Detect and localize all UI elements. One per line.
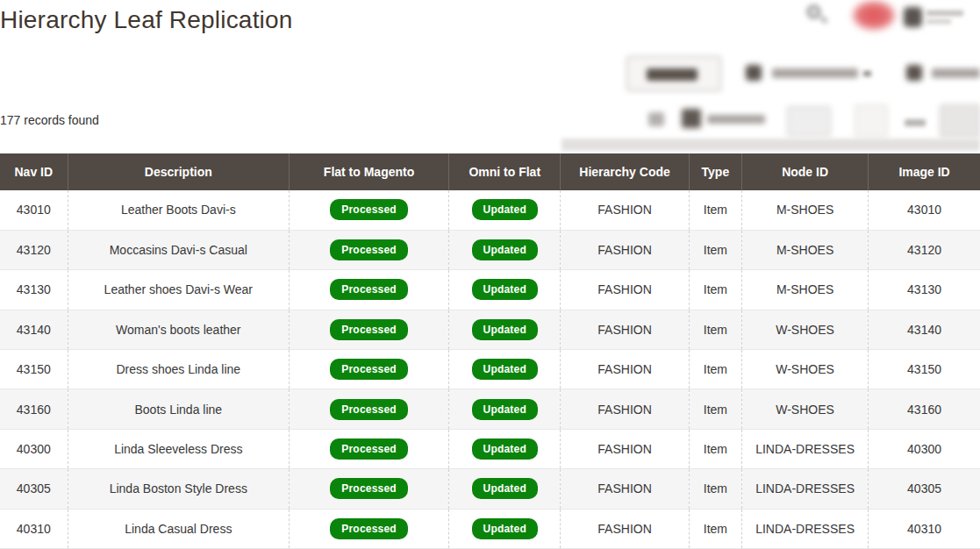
type-cell: Item xyxy=(689,270,741,310)
description-cell: Linda Casual Dress xyxy=(68,509,289,548)
notifications-badge-icon[interactable] xyxy=(853,1,895,30)
status-badge: Updated xyxy=(472,279,538,300)
type-cell: Item xyxy=(689,230,741,269)
column-header[interactable]: Image ID xyxy=(869,153,980,190)
image-id-cell: 40310 xyxy=(869,509,980,548)
flat-status-cell: Processed xyxy=(290,350,449,389)
image-id-cell: 43130 xyxy=(869,270,980,310)
search-handle xyxy=(820,17,827,23)
node-id-cell: M-SHOES xyxy=(742,190,869,230)
filters-button-blurred[interactable] xyxy=(626,56,721,91)
status-badge: Updated xyxy=(472,359,538,380)
hierarchy-code-cell: FASHION xyxy=(561,389,689,429)
omni-status-cell: Updated xyxy=(449,350,561,389)
image-id-cell: 43160 xyxy=(869,389,980,429)
column-header[interactable]: Omni to Flat xyxy=(449,153,561,190)
table-row: 40305Linda Boston Style DressProcessedUp… xyxy=(0,469,980,509)
per-page-icon-blurred[interactable] xyxy=(682,109,701,128)
hierarchy-code-cell: FASHION xyxy=(561,350,689,389)
records-found-count: 177 records found xyxy=(0,113,99,127)
image-id-cell: 43010 xyxy=(869,190,980,230)
nav-id-cell: 43150 xyxy=(0,350,68,389)
status-badge: Processed xyxy=(330,518,408,539)
table-row: 43130Leather shoes Davi-s WearProcessedU… xyxy=(0,270,980,310)
table-row: 43120Moccasins Davi-s CasualProcessedUpd… xyxy=(0,230,980,269)
nav-id-cell: 43120 xyxy=(0,230,68,269)
account-icon[interactable] xyxy=(904,7,922,27)
nav-id-cell: 43130 xyxy=(0,270,68,310)
type-cell: Item xyxy=(689,389,741,429)
image-id-cell: 40300 xyxy=(869,429,980,468)
view-dropdown-label-blurred[interactable] xyxy=(772,68,858,78)
omni-status-cell: Updated xyxy=(449,389,561,429)
description-cell: Boots Linda line xyxy=(68,389,289,429)
view-icon-blurred[interactable] xyxy=(746,65,762,81)
status-badge: Updated xyxy=(472,319,538,340)
type-cell: Item xyxy=(689,429,741,468)
table-body: 43010Leather Boots Davi-sProcessedUpdate… xyxy=(0,190,980,549)
hierarchy-code-cell: FASHION xyxy=(561,270,689,310)
status-badge: Updated xyxy=(472,478,538,499)
search-lens xyxy=(807,5,820,18)
description-cell: Woman's boots leather xyxy=(68,310,289,349)
description-cell: Linda Sleeveless Dress xyxy=(68,429,289,468)
table-header-row: Nav IDDescriptionFlat to MagentoOmni to … xyxy=(0,153,980,190)
nav-id-cell: 40310 xyxy=(0,509,68,548)
per-page-select-blurred[interactable] xyxy=(787,106,831,137)
status-badge: Updated xyxy=(472,438,538,460)
next-page-button-blurred[interactable] xyxy=(940,104,980,138)
prev-page-button-blurred[interactable] xyxy=(855,104,888,138)
hierarchy-code-cell: FASHION xyxy=(561,469,689,509)
toolbar-bottom-strip-blurred xyxy=(562,139,980,151)
omni-status-cell: Updated xyxy=(449,469,561,509)
flat-status-cell: Processed xyxy=(290,469,449,509)
status-badge: Processed xyxy=(330,199,408,220)
export-icon-blurred[interactable] xyxy=(648,112,664,126)
description-cell: Linda Boston Style Dress xyxy=(68,469,289,509)
columns-dropdown-label-blurred[interactable] xyxy=(932,68,980,78)
status-badge: Processed xyxy=(330,279,408,300)
column-header[interactable]: Flat to Magento xyxy=(290,153,449,190)
status-badge: Processed xyxy=(330,438,408,460)
type-cell: Item xyxy=(689,190,741,230)
node-id-cell: M-SHOES xyxy=(742,230,869,269)
table-row: 43010Leather Boots Davi-sProcessedUpdate… xyxy=(0,190,980,230)
table-row: 43150Dress shoes Linda lineProcessedUpda… xyxy=(0,350,980,389)
image-id-cell: 43140 xyxy=(869,310,980,349)
flat-status-cell: Processed xyxy=(290,389,449,429)
account-caret-text-blurred xyxy=(926,19,951,24)
status-badge: Processed xyxy=(330,359,408,380)
column-header[interactable]: Hierarchy Code xyxy=(561,153,689,190)
page-of-label-blurred xyxy=(905,119,926,126)
status-badge: Updated xyxy=(472,399,538,420)
column-header[interactable]: Node ID xyxy=(742,153,869,190)
status-badge: Processed xyxy=(330,319,408,340)
replication-table: Nav IDDescriptionFlat to MagentoOmni to … xyxy=(0,153,980,549)
columns-icon-blurred[interactable] xyxy=(906,65,922,81)
hierarchy-code-cell: FASHION xyxy=(561,509,689,548)
chevron-down-icon xyxy=(863,71,871,76)
status-badge: Processed xyxy=(330,239,408,260)
column-header[interactable]: Description xyxy=(68,153,289,190)
description-cell: Leather Boots Davi-s xyxy=(68,190,289,230)
flat-status-cell: Processed xyxy=(290,509,449,548)
per-page-label-blurred xyxy=(707,115,765,124)
description-cell: Dress shoes Linda line xyxy=(68,350,289,389)
column-header[interactable]: Type xyxy=(689,153,741,190)
node-id-cell: W-SHOES xyxy=(742,310,869,349)
search-icon[interactable] xyxy=(807,5,833,30)
omni-status-cell: Updated xyxy=(449,509,561,548)
image-id-cell: 43150 xyxy=(869,350,980,389)
node-id-cell: W-SHOES xyxy=(742,350,869,389)
node-id-cell: M-SHOES xyxy=(742,270,869,310)
description-cell: Leather shoes Davi-s Wear xyxy=(68,270,289,310)
omni-status-cell: Updated xyxy=(449,190,561,230)
omni-status-cell: Updated xyxy=(449,429,561,468)
column-header[interactable]: Nav ID xyxy=(0,153,68,190)
omni-status-cell: Updated xyxy=(449,270,561,310)
status-badge: Updated xyxy=(472,199,538,220)
hierarchy-code-cell: FASHION xyxy=(561,230,689,269)
node-id-cell: LINDA-DRESSES xyxy=(742,509,869,548)
account-name-text-blurred xyxy=(926,11,963,16)
nav-id-cell: 40300 xyxy=(0,429,68,468)
